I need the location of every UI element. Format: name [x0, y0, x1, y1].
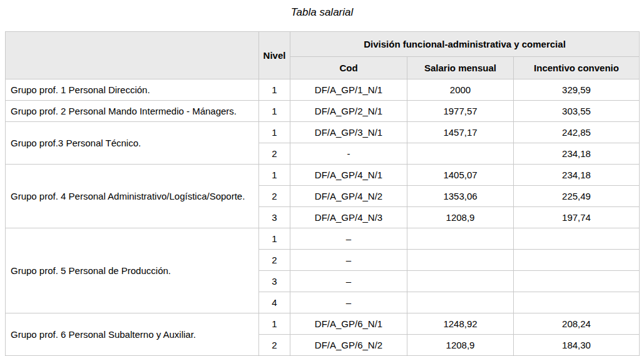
- incentivo-cell: 303,55: [514, 101, 640, 122]
- cod-cell: –: [290, 292, 407, 313]
- nivel-cell: 1: [259, 165, 290, 186]
- header-incentivo: Incentivo convenio: [514, 57, 640, 79]
- group-name-cell: Grupo prof. 2 Personal Mando Intermedio …: [6, 101, 259, 122]
- salario-cell: 1248,92: [407, 313, 514, 335]
- incentivo-cell: 184,30: [514, 335, 640, 356]
- nivel-cell: 2: [259, 143, 290, 165]
- incentivo-cell: 197,74: [514, 207, 640, 228]
- salario-cell: 1208,9: [407, 335, 514, 356]
- incentivo-cell: [514, 271, 640, 292]
- nivel-cell: 1: [259, 79, 290, 101]
- group-name-cell: Grupo prof. 5 Personal de Producción.: [6, 228, 259, 313]
- nivel-cell: 2: [259, 335, 290, 356]
- group-name-cell: Grupo prof. 6 Personal Subalterno y Auxi…: [6, 313, 259, 356]
- incentivo-cell: 234,18: [514, 143, 640, 165]
- salario-cell: 1405,07: [407, 165, 514, 186]
- incentivo-cell: 234,18: [514, 165, 640, 186]
- cod-cell: –: [290, 271, 407, 292]
- table-row: Grupo prof. 1 Personal Dirección. 1 DF/A…: [6, 79, 640, 101]
- cod-cell: DF/A_GP/1_N/1: [290, 79, 407, 101]
- table-row: Grupo prof. 6 Personal Subalterno y Auxi…: [6, 313, 640, 335]
- cod-cell: DF/A_GP/3_N/1: [290, 122, 407, 143]
- header-cod: Cod: [290, 57, 407, 79]
- nivel-cell: 1: [259, 122, 290, 143]
- incentivo-cell: [514, 228, 640, 250]
- group-name-cell: Grupo prof.3 Personal Técnico.: [6, 122, 259, 165]
- cod-cell: DF/A_GP/6_N/1: [290, 313, 407, 335]
- salario-cell: [407, 271, 514, 292]
- cod-cell: –: [290, 228, 407, 250]
- cod-cell: DF/A_GP/4_N/1: [290, 165, 407, 186]
- table-row: Grupo prof.3 Personal Técnico. 1 DF/A_GP…: [6, 122, 640, 143]
- incentivo-cell: [514, 250, 640, 271]
- page-title: Tabla salarial: [0, 6, 644, 19]
- salario-cell: [407, 228, 514, 250]
- cod-cell: DF/A_GP/6_N/2: [290, 335, 407, 356]
- cod-cell: DF/A_GP/4_N/3: [290, 207, 407, 228]
- salario-cell: 2000: [407, 79, 514, 101]
- nivel-cell: 1: [259, 228, 290, 250]
- nivel-cell: 3: [259, 271, 290, 292]
- salario-cell: 1208,9: [407, 207, 514, 228]
- incentivo-cell: [514, 292, 640, 313]
- header-empty-cell: [6, 32, 259, 79]
- group-name-cell: Grupo prof. 1 Personal Dirección.: [6, 79, 259, 101]
- salario-cell: [407, 250, 514, 271]
- header-row-top: Nivel División funcional-administrativa …: [6, 32, 640, 57]
- cod-cell: -: [290, 143, 407, 165]
- header-nivel: Nivel: [259, 32, 290, 79]
- nivel-cell: 2: [259, 186, 290, 207]
- nivel-cell: 1: [259, 101, 290, 122]
- cod-cell: –: [290, 250, 407, 271]
- incentivo-cell: 329,59: [514, 79, 640, 101]
- incentivo-cell: 208,24: [514, 313, 640, 335]
- document-page: Tabla salarial Nivel División funcional-…: [0, 0, 644, 356]
- salario-cell: [407, 143, 514, 165]
- salary-table: Nivel División funcional-administrativa …: [5, 31, 640, 356]
- nivel-cell: 3: [259, 207, 290, 228]
- nivel-cell: 2: [259, 250, 290, 271]
- cod-cell: DF/A_GP/4_N/2: [290, 186, 407, 207]
- incentivo-cell: 242,85: [514, 122, 640, 143]
- table-row: Grupo prof. 4 Personal Administrativo/Lo…: [6, 165, 640, 186]
- header-salario: Salario mensual: [407, 57, 514, 79]
- cod-cell: DF/A_GP/2_N/1: [290, 101, 407, 122]
- salario-cell: [407, 292, 514, 313]
- group-name-cell: Grupo prof. 4 Personal Administrativo/Lo…: [6, 165, 259, 228]
- nivel-cell: 1: [259, 313, 290, 335]
- nivel-cell: 4: [259, 292, 290, 313]
- salario-cell: 1353,06: [407, 186, 514, 207]
- salario-cell: 1457,17: [407, 122, 514, 143]
- table-row: Grupo prof. 2 Personal Mando Intermedio …: [6, 101, 640, 122]
- table-row: Grupo prof. 5 Personal de Producción. 1 …: [6, 228, 640, 250]
- salario-cell: 1977,57: [407, 101, 514, 122]
- header-division: División funcional-administrativa y come…: [290, 32, 640, 57]
- incentivo-cell: 225,49: [514, 186, 640, 207]
